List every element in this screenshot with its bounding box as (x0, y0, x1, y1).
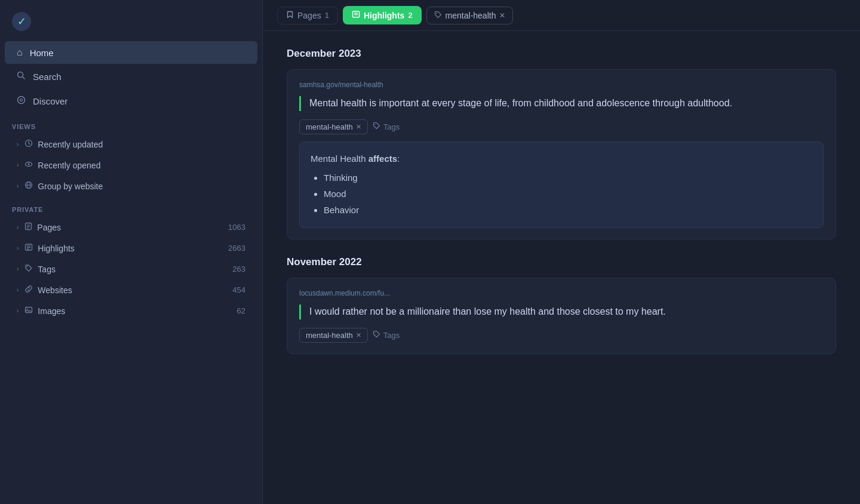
sidebar-discover-label: Discover (33, 96, 67, 106)
sidebar: ✓ ⌂ Home Search Discover Views › (0, 0, 263, 504)
tags-label: Tags (38, 265, 56, 274)
recently-opened-label: Recently opened (38, 161, 100, 170)
home-icon: ⌂ (17, 47, 23, 58)
section-date-nov2022: November 2022 (287, 256, 836, 268)
topbar: Pages 1 Highlights 2 mental (263, 0, 860, 31)
chevron-icon: › (17, 141, 19, 147)
tag-pill-label: mental-health (306, 122, 353, 131)
ai-box-intro: Mental Health affects: (311, 152, 812, 166)
chevron-icon: › (17, 308, 19, 314)
image-icon (24, 306, 33, 316)
tag-pill-close-icon[interactable]: ✕ (356, 123, 361, 131)
tag-pill-close-icon-2[interactable]: ✕ (356, 331, 361, 339)
highlight-card-1: samhsa.gov/mental-health Mental health i… (287, 69, 836, 239)
tag-filter-label: mental-health (446, 11, 496, 20)
highlights-label: Highlights (38, 244, 74, 253)
recently-updated-label: Recently updated (38, 140, 103, 149)
tag-add-icon (373, 122, 380, 131)
sidebar-item-recently-updated[interactable]: › Recently updated (5, 134, 257, 154)
chevron-icon: › (17, 266, 19, 272)
chevron-icon: › (17, 162, 19, 168)
highlight-card-2: locusdawn.medium.com/fu... I would rathe… (287, 278, 836, 354)
sidebar-item-discover[interactable]: Discover (5, 90, 257, 113)
logo-area: ✓ (0, 7, 262, 41)
link-icon (24, 285, 33, 295)
eye-icon (24, 160, 33, 170)
tab-highlights[interactable]: Highlights 2 (343, 6, 422, 24)
list-item: Mood (324, 186, 812, 202)
sidebar-item-home[interactable]: ⌂ Home (5, 41, 257, 64)
sidebar-item-recently-opened[interactable]: › Recently opened (5, 155, 257, 175)
tag-add-icon-2 (373, 330, 380, 340)
pages-label: Pages (37, 223, 61, 232)
sidebar-item-tags[interactable]: › Tags 263 (5, 259, 257, 279)
bookmark-icon (286, 11, 294, 20)
search-icon (17, 71, 26, 82)
sidebar-item-websites[interactable]: › Websites 454 (5, 280, 257, 300)
ai-list: Thinking Mood Behavior (311, 170, 812, 218)
add-tag-button-2[interactable]: Tags (373, 330, 400, 340)
svg-point-3 (20, 99, 23, 102)
globe-icon (24, 181, 33, 191)
list-item: Thinking (324, 170, 812, 186)
svg-line-1 (23, 77, 25, 79)
highlights-tab-icon (352, 10, 360, 20)
card-tags-row-2: mental-health ✕ Tags (299, 328, 824, 343)
highlight-quote-2: I would rather not be a millionaire than… (299, 305, 824, 319)
images-label: Images (38, 306, 65, 316)
svg-point-26 (374, 332, 376, 333)
card-url-1: samhsa.gov/mental-health (299, 81, 824, 89)
private-section-label: Private (0, 196, 262, 217)
svg-point-25 (374, 124, 376, 125)
chevron-icon: › (17, 183, 19, 189)
tags-placeholder: Tags (383, 122, 400, 131)
views-section-label: Views (0, 113, 262, 134)
highlight-text-2: I would rather not be a millionaire than… (309, 305, 824, 319)
tags-count: 263 (232, 265, 245, 273)
sidebar-item-search[interactable]: Search (5, 65, 257, 88)
sidebar-home-label: Home (30, 48, 54, 58)
list-item: Behavior (324, 202, 812, 218)
clock-icon (24, 139, 33, 149)
highlights-icon (24, 243, 33, 253)
svg-point-2 (18, 97, 25, 104)
group-by-website-label: Group by website (38, 182, 103, 191)
highlight-text-1: Mental health is important at every stag… (309, 96, 824, 111)
tab-pages-label: Pages (297, 11, 321, 20)
svg-point-20 (27, 309, 28, 310)
sidebar-item-pages[interactable]: › Pages 1063 (5, 217, 257, 237)
chevron-icon: › (17, 224, 19, 231)
main-area: Pages 1 Highlights 2 mental (263, 0, 860, 504)
tab-pages-count: 1 (325, 11, 329, 20)
svg-point-6 (28, 164, 30, 165)
tab-highlights-label: Highlights (364, 11, 404, 20)
images-count: 62 (237, 306, 245, 315)
chevron-icon: › (17, 245, 19, 251)
tags-placeholder-2: Tags (383, 331, 400, 340)
tag-pill-mental-health-2[interactable]: mental-health ✕ (299, 328, 368, 343)
websites-count: 454 (232, 285, 245, 294)
svg-point-24 (436, 13, 437, 14)
chevron-icon: › (17, 287, 19, 293)
tag-pill-label-2: mental-health (306, 331, 353, 340)
highlight-quote-1: Mental health is important at every stag… (299, 96, 824, 111)
sidebar-search-label: Search (33, 72, 62, 82)
sidebar-item-highlights[interactable]: › Highlights 2663 (5, 238, 257, 258)
tab-highlights-count: 2 (408, 11, 412, 20)
pages-count: 1063 (228, 223, 245, 232)
content-area: December 2023 samhsa.gov/mental-health M… (263, 31, 860, 504)
tag-close-icon[interactable]: ✕ (499, 11, 505, 20)
add-tag-button-1[interactable]: Tags (373, 122, 400, 131)
card-tags-row-1: mental-health ✕ Tags (299, 119, 824, 134)
tag-filter[interactable]: mental-health ✕ (426, 7, 514, 24)
discover-icon (17, 96, 26, 107)
sidebar-item-images[interactable]: › Images 62 (5, 301, 257, 321)
tag-pill-mental-health-1[interactable]: mental-health ✕ (299, 119, 368, 134)
card-url-2: locusdawn.medium.com/fu... (299, 289, 824, 297)
sidebar-item-group-by-website[interactable]: › Group by website (5, 176, 257, 196)
tag-filter-icon (434, 11, 442, 20)
highlights-count: 2663 (228, 244, 245, 253)
websites-label: Websites (38, 285, 72, 295)
svg-point-18 (27, 266, 28, 268)
tab-pages[interactable]: Pages 1 (277, 7, 338, 24)
